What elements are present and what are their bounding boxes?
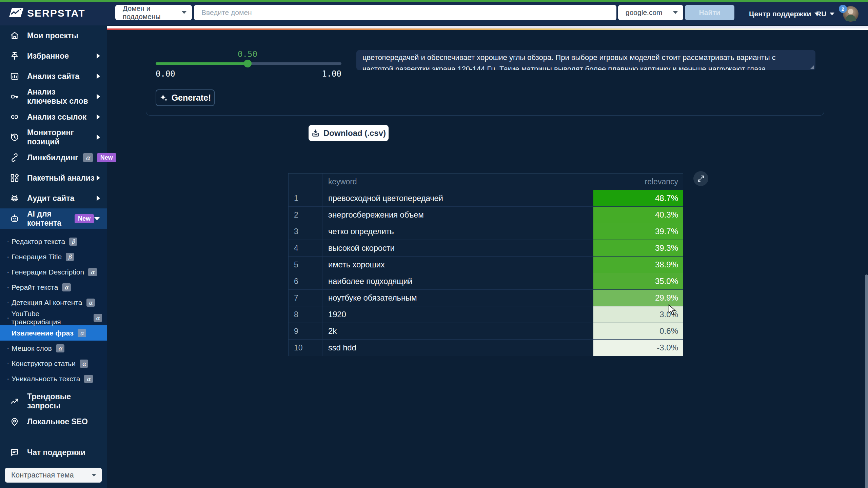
- sidebar-item-grid[interactable]: Пакетный анализ: [0, 168, 107, 188]
- page-scrollbar[interactable]: [865, 274, 868, 488]
- sidebar-subitem[interactable]: ·Генерация Descriptionα: [0, 264, 107, 280]
- sidebar-subitem[interactable]: ·Конструктор статьиα: [0, 356, 107, 371]
- alpha-badge: α: [78, 329, 86, 337]
- sidebar-subitem[interactable]: ·Редактор текстаβ: [0, 234, 107, 249]
- theme-select[interactable]: Контрастная тема: [5, 468, 102, 483]
- subitem-label: Генерация Title: [12, 253, 62, 261]
- row-index: 4: [289, 240, 322, 256]
- table-row[interactable]: 10ssd hdd-3.0%: [289, 340, 683, 356]
- alpha-badge: α: [88, 268, 97, 276]
- header-index: [289, 174, 322, 190]
- table-row[interactable]: 6наиболее подходящий35.0%: [289, 273, 683, 290]
- chevron-right-icon: [97, 135, 100, 140]
- chevron-down-icon: [182, 11, 186, 14]
- table-row[interactable]: 1превосходной цветопередачей48.7%: [289, 190, 683, 207]
- sidebar-item-link[interactable]: Анализ ссылок: [0, 107, 107, 127]
- language-label: RU: [816, 10, 826, 18]
- grid-icon: [9, 173, 20, 183]
- text-line: цветопередачей и обеспечивает хорошие уг…: [362, 52, 809, 63]
- row-index: 3: [289, 223, 322, 240]
- resize-handle-icon[interactable]: [810, 65, 814, 69]
- row-keyword: ssd hdd: [322, 340, 593, 356]
- sidebar-item-label: Мои проекты: [27, 31, 78, 40]
- new-badge: New: [75, 214, 94, 223]
- sidebar-subitem[interactable]: Извлечение фразα: [0, 325, 107, 341]
- relevancy-slider[interactable]: [156, 62, 341, 65]
- support-center-menu[interactable]: Центр поддержки: [749, 2, 819, 25]
- sidebar-subitem[interactable]: ·Уникальность текстаα: [0, 371, 107, 386]
- search-type-value: Домен и поддомены: [123, 4, 182, 21]
- sidebar-item-support-chat[interactable]: Чат поддержки: [0, 442, 107, 463]
- content-gradient-line: [107, 28, 868, 30]
- sidebar-item-chain[interactable]: ЛинкбилдингαNew: [0, 147, 107, 168]
- subitem-label: Извлечение фраз: [12, 329, 74, 337]
- table-row[interactable]: 92k0.6%: [289, 323, 683, 340]
- search-engine-select[interactable]: google.com: [618, 5, 683, 20]
- table-row[interactable]: 4высокой скорости39.3%: [289, 240, 683, 257]
- sidebar-item-pin[interactable]: Избранное: [0, 46, 107, 66]
- history-icon: [9, 132, 20, 142]
- sidebar-item-label: Пакетный анализ: [27, 174, 94, 183]
- row-relevancy: 39.7%: [593, 223, 683, 240]
- table-header: keyword relevancy: [289, 174, 683, 190]
- support-center-label: Центр поддержки: [749, 10, 811, 18]
- row-index: 2: [289, 207, 322, 223]
- table-row[interactable]: 819203.0%: [289, 306, 683, 323]
- subitem-label: YouTube транскрибация: [12, 310, 90, 326]
- sidebar-subitem[interactable]: ·YouTube транскрибацияα: [0, 310, 107, 325]
- source-text-area[interactable]: цветопередачей и обеспечивает хорошие уг…: [356, 50, 815, 70]
- sidebar-subitem[interactable]: ·Мешок словα: [0, 341, 107, 356]
- row-keyword: превосходной цветопередачей: [322, 190, 593, 206]
- sidebar-subitem[interactable]: ·Рерайт текстаα: [0, 280, 107, 295]
- row-index: 5: [289, 257, 322, 273]
- language-menu[interactable]: RU: [816, 2, 834, 25]
- search-type-select[interactable]: Домен и поддомены: [115, 5, 192, 20]
- row-keyword: 1920: [322, 306, 593, 323]
- location-icon: [9, 416, 20, 427]
- sidebar-item-bug[interactable]: Аудит сайта: [0, 188, 107, 208]
- generate-button[interactable]: Generate!: [156, 89, 215, 106]
- domain-input[interactable]: Введите домен: [194, 5, 616, 20]
- sidebar-item-label: Чат поддержки: [27, 448, 85, 457]
- header-relevancy: relevancy: [593, 174, 683, 190]
- sidebar-item-history[interactable]: Мониторинг позиций: [0, 127, 107, 147]
- sidebar-subitem[interactable]: ·Детекция AI контентаα: [0, 295, 107, 310]
- sidebar-item-robot[interactable]: AI для контентаNew: [0, 208, 107, 229]
- alpha-badge: α: [56, 344, 64, 352]
- alpha-badge: α: [84, 375, 93, 383]
- search-button[interactable]: Найти: [685, 5, 734, 20]
- table-row[interactable]: 7ноутбуке обязательным29.9%: [289, 290, 683, 306]
- sidebar-item-location[interactable]: Локальное SEO: [0, 411, 107, 432]
- table-row[interactable]: 2энергосбережения объем40.3%: [289, 207, 683, 223]
- row-relevancy: 29.9%: [593, 290, 683, 306]
- trend-icon: [9, 396, 20, 406]
- subitem-label: Генерация Description: [12, 268, 84, 276]
- home-icon: [9, 30, 20, 41]
- chart-icon: [9, 71, 20, 81]
- table-row[interactable]: 5иметь хороших38.9%: [289, 257, 683, 273]
- sidebar-item-key[interactable]: Анализ ключевых слов: [0, 86, 107, 107]
- download-csv-button[interactable]: Download (.csv): [309, 125, 389, 141]
- table-row[interactable]: 3четко определить39.7%: [289, 223, 683, 240]
- chevron-down-icon: [94, 217, 100, 220]
- sidebar-subitem[interactable]: ·Генерация Titleβ: [0, 249, 107, 264]
- row-keyword: иметь хороших: [322, 257, 593, 273]
- text-line: частотой развертки экрана 120-144 Гц. Та…: [362, 63, 809, 70]
- row-relevancy: 0.6%: [593, 323, 683, 339]
- sidebar-item-trend[interactable]: Трендовые запросы: [0, 391, 107, 411]
- logo-text: SERPSTAT: [27, 7, 85, 19]
- row-relevancy: 48.7%: [593, 190, 683, 206]
- chevron-down-icon: [92, 474, 96, 476]
- serpstat-logo[interactable]: SERPSTAT: [8, 7, 85, 20]
- robot-icon: [9, 214, 20, 224]
- slider-value: 0.50: [214, 49, 281, 59]
- chat-icon: [9, 447, 20, 458]
- chevron-down-icon: [830, 13, 834, 15]
- alpha-badge: α: [80, 360, 88, 368]
- expand-table-button[interactable]: [693, 171, 708, 186]
- sidebar-item-home[interactable]: Мои проекты: [0, 25, 107, 46]
- download-button-label: Download (.csv): [323, 128, 386, 138]
- new-badge: New: [97, 153, 116, 162]
- sidebar-item-chart[interactable]: Анализ сайта: [0, 66, 107, 86]
- notification-badge[interactable]: 2: [839, 5, 847, 13]
